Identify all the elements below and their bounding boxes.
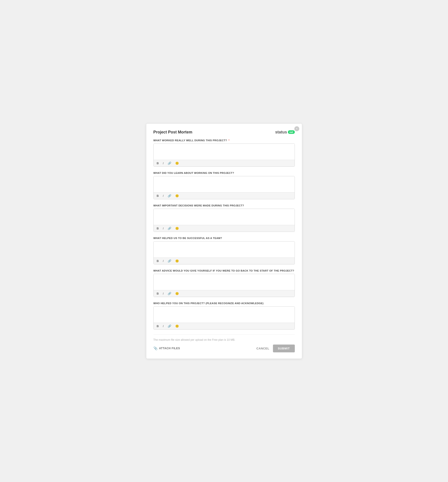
question-label-q1: WHAT WORKED REALLY WELL DURING THIS PROJ…: [153, 139, 295, 142]
form-section-q6: WHO HELPED YOU ON THIS PROJECT? (PLEASE …: [153, 302, 295, 329]
required-star: *: [228, 139, 229, 142]
question-label-q5: WHAT ADVICE WOULD YOU GIVE YOURSELF IF Y…: [153, 269, 295, 272]
attach-files-button[interactable]: 📎 ATTACH FILES: [153, 346, 180, 350]
bold-button-q5[interactable]: B: [156, 292, 160, 296]
question-label-q3: WHAT IMPORTANT DECISIONS WERE MADE DURIN…: [153, 204, 295, 207]
brand-text: status: [275, 130, 287, 135]
attach-label: ATTACH FILES: [159, 347, 180, 350]
editor-toolbar-q6: BI🔗🙂: [154, 323, 295, 329]
question-label-q6: WHO HELPED YOU ON THIS PROJECT? (PLEASE …: [153, 302, 295, 305]
editor-container-q4: BI🔗🙂: [153, 241, 295, 265]
link-button-q6[interactable]: 🔗: [167, 324, 172, 328]
emoji-button-q4[interactable]: 🙂: [174, 259, 180, 263]
modal-header: Project Post Mortem status net: [153, 130, 295, 135]
emoji-button-q5[interactable]: 🙂: [174, 292, 180, 296]
emoji-button-q1[interactable]: 🙂: [174, 161, 180, 165]
editor-container-q1: BI🔗🙂: [153, 144, 295, 167]
footer-actions: 📎 ATTACH FILES CANCEL SUBMIT: [153, 345, 295, 352]
question-label-q2: WHAT DID YOU LEARN ABOUT WORKING ON THIS…: [153, 172, 295, 174]
emoji-button-q6[interactable]: 🙂: [174, 324, 180, 328]
bold-button-q3[interactable]: B: [156, 226, 160, 230]
question-label-q4: WHAT HELPED US TO BE SUCCESSFUL AS A TEA…: [153, 237, 295, 240]
editor-container-q2: BI🔗🙂: [153, 176, 295, 199]
editor-toolbar-q5: BI🔗🙂: [154, 290, 295, 297]
italic-button-q2[interactable]: I: [162, 194, 165, 198]
footer-section: The maximum file size allowed per upload…: [153, 335, 295, 352]
file-size-note: The maximum file size allowed per upload…: [153, 338, 295, 341]
bold-button-q6[interactable]: B: [156, 324, 160, 328]
editor-textarea-q3[interactable]: [154, 209, 295, 224]
editor-toolbar-q3: BI🔗🙂: [154, 225, 295, 232]
italic-button-q3[interactable]: I: [162, 226, 165, 230]
editor-container-q3: BI🔗🙂: [153, 209, 295, 232]
editor-toolbar-q2: BI🔗🙂: [154, 192, 295, 199]
editor-toolbar-q4: BI🔗🙂: [154, 257, 295, 264]
editor-textarea-q1[interactable]: [154, 144, 295, 159]
emoji-button-q2[interactable]: 🙂: [174, 194, 180, 198]
paperclip-icon: 📎: [153, 346, 158, 350]
editor-toolbar-q1: BI🔗🙂: [154, 160, 295, 167]
bold-button-q1[interactable]: B: [156, 161, 160, 165]
italic-button-q1[interactable]: I: [162, 161, 165, 165]
italic-button-q5[interactable]: I: [162, 292, 165, 296]
link-button-q5[interactable]: 🔗: [167, 292, 172, 296]
bold-button-q4[interactable]: B: [156, 259, 160, 263]
form-section-q3: WHAT IMPORTANT DECISIONS WERE MADE DURIN…: [153, 204, 295, 232]
editor-textarea-q2[interactable]: [154, 176, 295, 192]
link-button-q3[interactable]: 🔗: [167, 226, 172, 230]
italic-button-q6[interactable]: I: [162, 324, 165, 328]
form-section-q2: WHAT DID YOU LEARN ABOUT WORKING ON THIS…: [153, 172, 295, 199]
modal-card: × Project Post Mortem status net WHAT WO…: [146, 123, 302, 359]
modal-title: Project Post Mortem: [153, 130, 192, 135]
editor-textarea-q5[interactable]: [154, 274, 295, 289]
link-button-q4[interactable]: 🔗: [167, 259, 172, 263]
bold-button-q2[interactable]: B: [156, 194, 160, 198]
link-button-q1[interactable]: 🔗: [167, 161, 172, 165]
editor-container-q6: BI🔗🙂: [153, 306, 295, 329]
form-section-q4: WHAT HELPED US TO BE SUCCESSFUL AS A TEA…: [153, 237, 295, 265]
close-button[interactable]: ×: [294, 126, 299, 131]
editor-container-q5: BI🔗🙂: [153, 274, 295, 297]
italic-button-q4[interactable]: I: [162, 259, 165, 263]
page-wrapper: × Project Post Mortem status net WHAT WO…: [146, 123, 302, 359]
editor-textarea-q6[interactable]: [154, 307, 295, 322]
form-section-q5: WHAT ADVICE WOULD YOU GIVE YOURSELF IF Y…: [153, 269, 295, 297]
submit-button[interactable]: SUBMIT: [273, 345, 295, 352]
questions-container: WHAT WORKED REALLY WELL DURING THIS PROJ…: [153, 139, 295, 329]
right-actions: CANCEL SUBMIT: [256, 345, 295, 352]
brand-logo: status net: [275, 130, 295, 135]
link-button-q2[interactable]: 🔗: [167, 194, 172, 198]
emoji-button-q3[interactable]: 🙂: [174, 226, 180, 230]
editor-textarea-q4[interactable]: [154, 241, 295, 257]
form-section-q1: WHAT WORKED REALLY WELL DURING THIS PROJ…: [153, 139, 295, 167]
brand-badge: net: [288, 130, 295, 134]
cancel-button[interactable]: CANCEL: [256, 347, 269, 350]
